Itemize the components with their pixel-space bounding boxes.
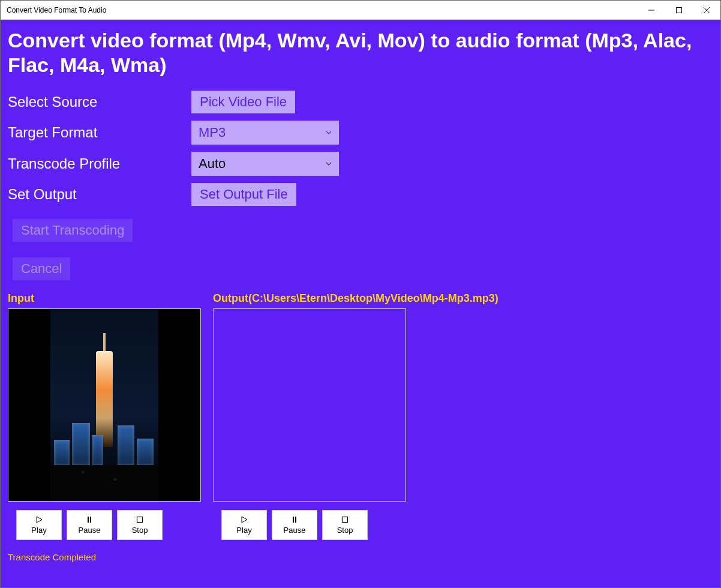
titlebar: Convert Video Format To Audio [1, 1, 720, 20]
cancel-button[interactable]: Cancel [13, 257, 70, 280]
svg-rect-1 [677, 7, 682, 13]
app-window: Convert Video Format To Audio Convert vi… [0, 0, 721, 588]
maximize-button[interactable] [665, 1, 693, 19]
input-preview-label: Input [8, 292, 201, 305]
page-heading: Convert video format (Mp4, Wmv, Avi, Mov… [8, 20, 713, 83]
input-stop-button[interactable]: Stop [117, 510, 163, 540]
output-pause-button[interactable]: Pause [272, 510, 317, 540]
row-target-format: Target Format MP3 [8, 121, 713, 145]
svg-rect-7 [137, 517, 143, 523]
row-select-source: Select Source Pick Video File [8, 91, 713, 113]
pick-video-button[interactable]: Pick Video File [191, 91, 295, 113]
client-area: Convert video format (Mp4, Wmv, Avi, Mov… [1, 20, 720, 587]
play-label: Play [236, 526, 251, 535]
pause-label: Pause [79, 526, 101, 535]
stop-label: Stop [132, 526, 148, 535]
set-output-button[interactable]: Set Output File [191, 183, 296, 206]
window-title: Convert Video Format To Audio [1, 6, 638, 14]
svg-rect-11 [343, 517, 348, 523]
play-icon [239, 515, 249, 524]
row-transcode-profile: Transcode Profile Auto [8, 152, 713, 176]
pause-label: Pause [284, 526, 306, 535]
close-button[interactable] [693, 1, 720, 19]
transcode-profile-value: Auto [199, 156, 325, 172]
label-transcode-profile: Transcode Profile [8, 155, 191, 172]
play-icon [34, 515, 44, 524]
target-format-combo[interactable]: MP3 [191, 121, 339, 145]
stop-icon [340, 515, 350, 524]
play-label: Play [31, 526, 46, 535]
input-media-controls: Play Pause Stop [16, 510, 201, 540]
output-audio-preview [213, 308, 406, 502]
target-format-value: MP3 [199, 125, 325, 140]
input-play-button[interactable]: Play [16, 510, 62, 540]
status-text: Transcode Completed [8, 552, 713, 562]
svg-marker-8 [242, 517, 247, 523]
input-pause-button[interactable]: Pause [67, 510, 112, 540]
row-set-output: Set Output Set Output File [8, 183, 713, 206]
stop-icon [135, 515, 145, 524]
minimize-button[interactable] [638, 1, 665, 19]
actions: Start Transcoding Cancel [13, 219, 713, 280]
label-target-format: Target Format [8, 124, 191, 141]
output-preview-label: Output(C:\Users\Etern\Desktop\MyVideo\Mp… [213, 292, 498, 305]
output-media-controls: Play Pause Stop [221, 510, 498, 540]
stop-label: Stop [337, 526, 353, 535]
output-stop-button[interactable]: Stop [322, 510, 368, 540]
transcode-profile-combo[interactable]: Auto [191, 152, 339, 176]
output-preview-column: Output(C:\Users\Etern\Desktop\MyVideo\Mp… [213, 292, 498, 540]
window-controls [638, 1, 720, 19]
label-set-output: Set Output [8, 186, 191, 203]
pause-icon [290, 515, 299, 524]
label-select-source: Select Source [8, 94, 191, 110]
chevron-down-icon [325, 160, 333, 168]
input-video-preview [8, 308, 201, 502]
previews: Input P [8, 292, 713, 540]
input-preview-column: Input P [8, 292, 201, 540]
chevron-down-icon [325, 128, 333, 137]
svg-marker-4 [37, 517, 42, 523]
output-play-button[interactable]: Play [221, 510, 267, 540]
start-transcoding-button[interactable]: Start Transcoding [13, 219, 133, 242]
pause-icon [85, 515, 94, 524]
